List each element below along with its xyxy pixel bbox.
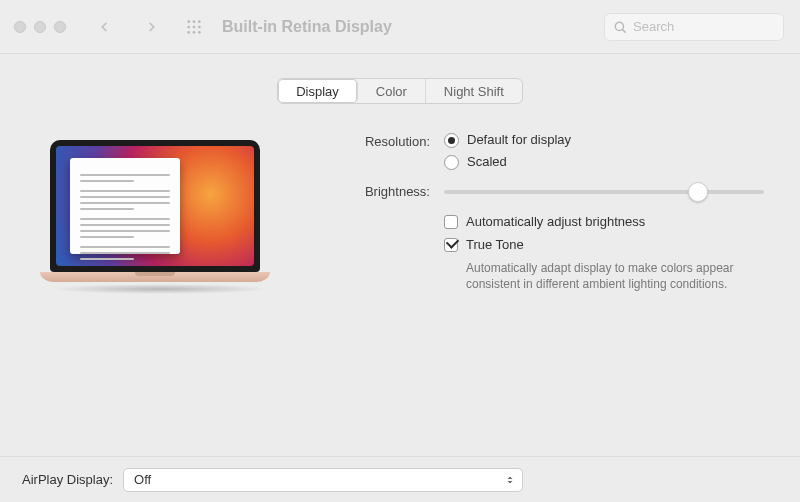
content-area: Display Color Night Shift xyxy=(0,54,800,456)
slider-thumb-icon[interactable] xyxy=(688,182,708,202)
airplay-bar: AirPlay Display: Off xyxy=(0,456,800,502)
back-button[interactable] xyxy=(90,13,118,41)
radio-icon xyxy=(444,155,459,170)
forward-button[interactable] xyxy=(138,13,166,41)
svg-point-0 xyxy=(187,20,190,23)
show-all-prefs-button[interactable] xyxy=(180,13,208,41)
updown-chevron-icon xyxy=(504,474,516,486)
resolution-default-label: Default for display xyxy=(467,132,571,147)
airplay-select[interactable]: Off xyxy=(123,468,523,492)
resolution-scaled-label: Scaled xyxy=(467,154,507,169)
airplay-label: AirPlay Display: xyxy=(22,472,113,487)
chevron-right-icon xyxy=(145,20,159,34)
auto-brightness-label: Automatically adjust brightness xyxy=(466,214,645,229)
svg-point-7 xyxy=(193,31,196,34)
resolution-label: Resolution: xyxy=(320,132,430,149)
grid-icon xyxy=(186,19,202,35)
search-field[interactable] xyxy=(604,13,784,41)
checkbox-icon xyxy=(444,215,458,229)
svg-point-5 xyxy=(198,25,201,28)
search-icon xyxy=(613,20,627,34)
svg-point-2 xyxy=(198,20,201,23)
tab-night-shift[interactable]: Night Shift xyxy=(426,79,522,103)
brightness-label: Brightness: xyxy=(320,182,430,199)
close-window-button[interactable] xyxy=(14,21,26,33)
resolution-default-radio[interactable]: Default for display xyxy=(444,132,770,148)
true-tone-description: Automatically adapt display to make colo… xyxy=(444,260,770,292)
resolution-scaled-radio[interactable]: Scaled xyxy=(444,154,770,170)
tab-bar: Display Color Night Shift xyxy=(22,78,778,104)
display-settings: Resolution: Default for display Scaled B… xyxy=(320,132,770,294)
brightness-slider[interactable] xyxy=(444,182,770,202)
display-preview xyxy=(30,132,280,294)
svg-point-8 xyxy=(198,31,201,34)
search-input[interactable] xyxy=(633,19,775,34)
true-tone-checkbox[interactable]: True Tone xyxy=(444,237,770,252)
window-title: Built-in Retina Display xyxy=(222,18,392,36)
zoom-window-button[interactable] xyxy=(54,21,66,33)
svg-point-1 xyxy=(193,20,196,23)
checkbox-icon xyxy=(444,238,458,252)
svg-point-4 xyxy=(193,25,196,28)
laptop-illustration xyxy=(50,140,260,294)
auto-brightness-checkbox[interactable]: Automatically adjust brightness xyxy=(444,214,770,229)
window-titlebar: Built-in Retina Display xyxy=(0,0,800,54)
radio-icon xyxy=(444,133,459,148)
svg-line-10 xyxy=(623,29,626,32)
true-tone-label: True Tone xyxy=(466,237,524,252)
svg-point-3 xyxy=(187,25,190,28)
airplay-select-value: Off xyxy=(134,472,151,487)
tab-color[interactable]: Color xyxy=(358,79,426,103)
minimize-window-button[interactable] xyxy=(34,21,46,33)
tab-display[interactable]: Display xyxy=(278,79,358,103)
window-traffic-lights xyxy=(14,21,66,33)
chevron-left-icon xyxy=(97,20,111,34)
svg-point-6 xyxy=(187,31,190,34)
